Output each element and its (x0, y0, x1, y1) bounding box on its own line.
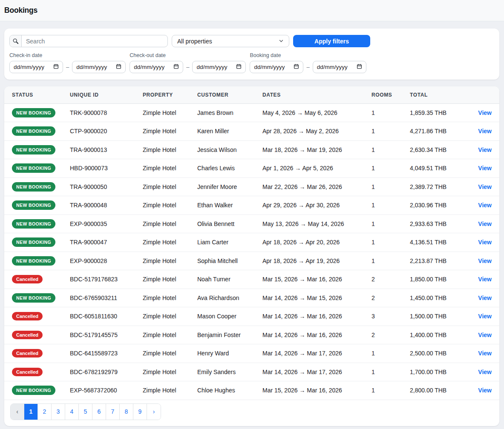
view-link[interactable]: View (478, 239, 492, 246)
pagination-page-4[interactable]: 4 (65, 404, 79, 420)
page-title: Bookings (4, 6, 37, 15)
column-header: ROOMS (364, 86, 402, 103)
main-content: All properties Apply filters Check-in da… (0, 21, 504, 426)
cell-view: View (462, 252, 499, 270)
table-row: Cancelled BDC-5179145575 Zimple Hotel Be… (4, 326, 499, 344)
view-link[interactable]: View (478, 276, 492, 283)
pagination-prev-button[interactable]: ‹ (11, 404, 24, 420)
cell-customer: Liam Carter (190, 233, 255, 252)
date-range-filter: Booking date dd/mm/yyyy – dd/mm/yyyy (250, 52, 366, 73)
view-link[interactable]: View (478, 332, 492, 338)
view-link[interactable]: View (478, 165, 492, 172)
cell-status: Cancelled (4, 326, 62, 344)
cell-status: NEW BOOKING (4, 122, 62, 141)
cell-unique-id: BDC-5179176823 (62, 270, 135, 289)
cell-property: Zimple Hotel (135, 196, 190, 215)
cell-unique-id: EXP-9000035 (62, 214, 135, 233)
cell-dates: Mar 22, 2026 → Mar 26, 2026 (255, 177, 364, 196)
pagination-wrap: ‹123456789› (4, 400, 499, 426)
view-link[interactable]: View (478, 295, 492, 301)
status-badge: NEW BOOKING (12, 126, 55, 136)
cell-rooms: 2 (364, 326, 402, 344)
cell-total: 1,500.00 THB (402, 307, 462, 326)
table-row: Cancelled BDC-6415589723 Zimple Hotel He… (4, 344, 499, 363)
cell-rooms: 3 (364, 307, 402, 326)
cell-rooms: 1 (364, 122, 402, 141)
view-link[interactable]: View (478, 183, 492, 190)
cell-total: 2,389.72 THB (402, 177, 462, 196)
calendar-icon[interactable] (236, 63, 242, 71)
view-link[interactable]: View (478, 369, 492, 375)
status-badge: NEW BOOKING (12, 145, 55, 154)
table-row: NEW BOOKING EXP-9000035 Zimple Hotel Oli… (4, 214, 499, 233)
search-input[interactable] (22, 35, 167, 47)
status-badge: NEW BOOKING (12, 237, 55, 247)
cell-rooms: 1 (364, 140, 402, 159)
cell-view: View (462, 233, 499, 252)
calendar-icon[interactable] (294, 63, 299, 71)
cell-dates: Apr 18, 2026 → Apr 19, 2026 (255, 252, 364, 270)
cell-view: View (462, 122, 499, 141)
date-to-input[interactable]: dd/mm/yyyy (313, 61, 366, 73)
calendar-icon[interactable] (173, 63, 179, 71)
cell-total: 4,049.51 THB (402, 159, 462, 178)
cell-property: Zimple Hotel (135, 103, 190, 122)
date-from-input[interactable]: dd/mm/yyyy (250, 61, 303, 73)
apply-filters-button[interactable]: Apply filters (293, 35, 370, 47)
view-link[interactable]: View (478, 128, 492, 134)
date-to-input[interactable]: dd/mm/yyyy (72, 61, 126, 73)
view-link[interactable]: View (478, 202, 492, 209)
cell-customer: James Brown (190, 103, 255, 122)
view-link[interactable]: View (478, 350, 492, 357)
pagination-page-5[interactable]: 5 (79, 404, 92, 420)
pagination-page-9[interactable]: 9 (133, 404, 147, 420)
calendar-icon[interactable] (53, 63, 59, 71)
table-row: NEW BOOKING CTP-9000020 Zimple Hotel Kar… (4, 122, 499, 141)
cell-status: Cancelled (4, 344, 62, 363)
status-badge: NEW BOOKING (12, 200, 55, 210)
view-link[interactable]: View (478, 257, 492, 264)
date-from-input[interactable]: dd/mm/yyyy (9, 61, 63, 73)
cell-view: View (462, 196, 499, 215)
date-from-input[interactable]: dd/mm/yyyy (130, 61, 183, 73)
table-row: NEW BOOKING EXP-5687372060 Zimple Hotel … (4, 381, 499, 400)
view-link[interactable]: View (478, 387, 492, 394)
pagination-page-7[interactable]: 7 (106, 404, 120, 420)
cell-dates: Mar 18, 2026 → Mar 19, 2026 (255, 140, 364, 159)
view-link[interactable]: View (478, 220, 492, 227)
pagination-page-1[interactable]: 1 (24, 404, 38, 420)
pagination-next-button[interactable]: › (147, 404, 161, 420)
calendar-icon[interactable] (116, 63, 121, 71)
cell-property: Zimple Hotel (135, 326, 190, 344)
table-row: NEW BOOKING EXP-9000028 Zimple Hotel Sop… (4, 252, 499, 270)
table-row: NEW BOOKING TRA-9000013 Zimple Hotel Jes… (4, 140, 499, 159)
pagination-page-2[interactable]: 2 (38, 404, 52, 420)
cell-view: View (462, 381, 499, 400)
table-row: NEW BOOKING HBD-9000073 Zimple Hotel Cha… (4, 159, 499, 178)
filters-panel: All properties Apply filters Check-in da… (4, 29, 499, 80)
pagination-page-8[interactable]: 8 (120, 404, 133, 420)
view-link[interactable]: View (478, 313, 492, 320)
cell-total: 2,630.34 THB (402, 140, 462, 159)
column-header: STATUS (4, 86, 62, 103)
pagination-page-6[interactable]: 6 (92, 404, 106, 420)
cell-property: Zimple Hotel (135, 344, 190, 363)
cell-dates: Mar 14, 2026 → Mar 17, 2026 (255, 363, 364, 381)
cell-rooms: 1 (364, 103, 402, 122)
cell-dates: Apr 28, 2026 → May 2, 2026 (255, 122, 364, 141)
date-range-separator: – (185, 64, 190, 70)
cell-rooms: 2 (364, 289, 402, 307)
search-group (9, 35, 168, 47)
pagination-page-3[interactable]: 3 (52, 404, 65, 420)
table-row: NEW BOOKING TRA-9000050 Zimple Hotel Jen… (4, 177, 499, 196)
date-to-input[interactable]: dd/mm/yyyy (192, 61, 246, 73)
cell-property: Zimple Hotel (135, 381, 190, 400)
calendar-icon[interactable] (357, 63, 362, 71)
cell-dates: Mar 15, 2026 → Mar 16, 2026 (255, 381, 364, 400)
cell-customer: Karen Miller (190, 122, 255, 141)
view-link[interactable]: View (478, 109, 492, 116)
view-link[interactable]: View (478, 146, 492, 153)
pagination: ‹123456789› (10, 403, 161, 420)
property-select[interactable]: All properties (172, 35, 289, 47)
cell-customer: Jessica Wilson (190, 140, 255, 159)
